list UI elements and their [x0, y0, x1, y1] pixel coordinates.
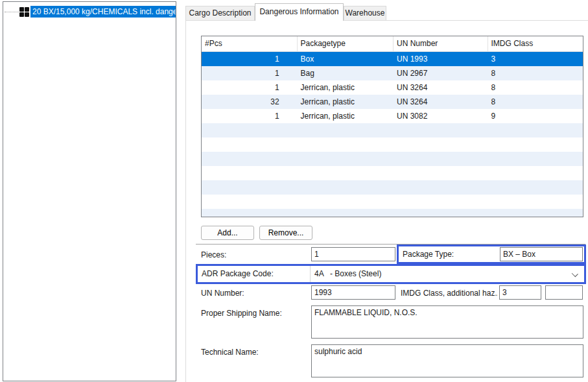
technical-name-textarea[interactable]: sulphuric acid — [311, 344, 583, 377]
table-row[interactable]: 32 Jerrican, plastic UN 3264 8 — [202, 95, 583, 109]
cell-packagetype: Box — [298, 52, 394, 66]
table-empty-row — [202, 123, 583, 137]
table-empty-row — [202, 195, 583, 209]
column-header-imdg-class[interactable]: IMDG Class — [488, 36, 583, 51]
un-number-label: UN Number: — [201, 289, 244, 298]
cell-imdg-class: 8 — [488, 80, 583, 95]
cell-pcs: 1 — [202, 66, 298, 80]
cell-pcs: 1 — [202, 80, 298, 95]
table-empty-row — [202, 209, 583, 217]
un-number-input[interactable] — [311, 285, 395, 300]
package-type-label: Package Type: — [403, 246, 454, 262]
proper-shipping-name-textarea[interactable]: FLAMMABLE LIQUID, N.O.S. — [311, 305, 583, 339]
package-type-input[interactable] — [500, 247, 583, 261]
technical-name-label: Technical Name: — [201, 348, 259, 357]
cell-un-number: UN 3264 — [394, 80, 488, 95]
adr-package-code-value: 4A - Boxes (Steel) — [314, 266, 381, 282]
cell-un-number: UN 2967 — [394, 66, 488, 80]
cell-packagetype: Jerrican, plastic — [298, 109, 394, 123]
tab-cargo-description[interactable]: Cargo Description — [185, 6, 255, 20]
cell-pcs: 1 — [202, 52, 298, 66]
imdg-class-input[interactable] — [499, 285, 541, 300]
add-button[interactable]: Add... — [201, 226, 254, 240]
adr-package-code-highlight-box: ADR Package Code: 4A - Boxes (Steel) — [196, 264, 586, 284]
cargo-tree-panel: 20 BX/15,000 kg/CHEMICALS incl. dangero — [3, 1, 176, 381]
pieces-label: Pieces: — [201, 250, 226, 259]
tree-item-label[interactable]: 20 BX/15,000 kg/CHEMICALS incl. dangero — [30, 6, 176, 18]
table-empty-row — [202, 180, 583, 195]
cell-packagetype: Bag — [298, 66, 394, 80]
table-header-row: #Pcs Packagetype UN Number IMDG Class — [202, 36, 583, 52]
tab-warehouse[interactable]: Warehouse — [344, 6, 386, 20]
cell-un-number: UN 1993 — [394, 52, 488, 66]
table-row[interactable]: 1 Bag UN 2967 8 — [202, 66, 583, 80]
table-row[interactable]: 1 Box UN 1993 3 — [202, 52, 583, 66]
imdg-additional-hazard-input[interactable] — [545, 285, 583, 300]
table-empty-row — [202, 166, 583, 180]
tree-connector-line — [5, 12, 19, 12]
cell-pcs: 1 — [202, 109, 298, 123]
cell-imdg-class: 8 — [488, 66, 583, 80]
column-header-packagetype[interactable]: Packagetype — [298, 36, 394, 51]
cell-packagetype: Jerrican, plastic — [298, 80, 394, 95]
adr-package-code-dropdown[interactable]: 4A - Boxes (Steel) — [310, 266, 584, 282]
tree-item-cargo[interactable]: 20 BX/15,000 kg/CHEMICALS incl. dangero — [5, 5, 176, 18]
packages-icon[interactable] — [19, 6, 29, 17]
cell-imdg-class: 8 — [488, 95, 583, 109]
table-empty-row — [202, 137, 583, 152]
cell-packagetype: Jerrican, plastic — [298, 95, 394, 109]
package-type-highlight-box: Package Type: — [397, 245, 586, 264]
pieces-input[interactable] — [311, 247, 395, 261]
cell-un-number: UN 3082 — [394, 109, 488, 123]
proper-shipping-name-label: Proper Shipping Name: — [201, 309, 282, 318]
cell-imdg-class: 3 — [488, 52, 583, 66]
column-header-un-number[interactable]: UN Number — [394, 36, 488, 51]
column-header-pcs[interactable]: #Pcs — [202, 36, 298, 51]
remove-button[interactable]: Remove... — [259, 226, 312, 240]
table-row[interactable]: 1 Jerrican, plastic UN 3264 8 — [202, 80, 583, 95]
table-empty-row — [202, 152, 583, 166]
cell-imdg-class: 9 — [488, 109, 583, 123]
tab-dangerous-information[interactable]: Dangerous Information — [255, 3, 344, 21]
chevron-down-icon[interactable] — [572, 272, 578, 277]
adr-package-code-label: ADR Package Code: — [202, 266, 274, 281]
dangerous-goods-table: #Pcs Packagetype UN Number IMDG Class 1 … — [201, 36, 583, 217]
imdg-class-label: IMDG Class, additional haz... — [401, 289, 498, 298]
cell-un-number: UN 3264 — [394, 95, 488, 109]
table-row[interactable]: 1 Jerrican, plastic UN 3082 9 — [202, 109, 583, 123]
cell-pcs: 32 — [202, 95, 298, 109]
